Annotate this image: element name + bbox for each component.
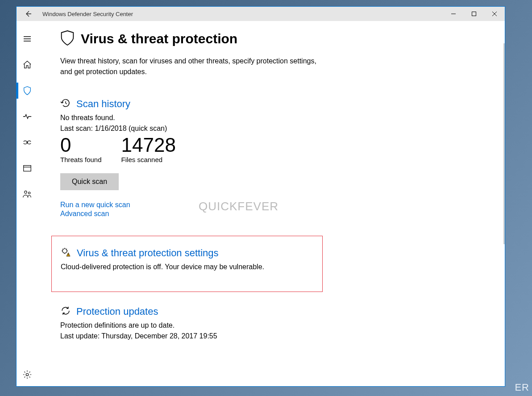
content-scrollbar[interactable] <box>503 43 505 244</box>
run-new-scan-link[interactable]: Run a new quick scan <box>60 201 482 209</box>
maximize-button[interactable] <box>464 7 484 21</box>
page-title: Virus & threat protection <box>81 31 237 46</box>
sidebar-firewall[interactable] <box>17 132 38 153</box>
titlebar: Windows Defender Security Center <box>17 7 505 21</box>
updates-link[interactable]: Protection updates <box>76 306 158 317</box>
files-scanned-label: Files scanned <box>121 156 176 163</box>
svg-point-6 <box>28 192 30 194</box>
history-icon <box>60 98 71 110</box>
settings-highlight-box: Virus & threat protection settings Cloud… <box>51 236 323 292</box>
close-button[interactable] <box>484 7 505 21</box>
background-text-fragment: ER <box>515 382 529 393</box>
threats-found-label: Threats found <box>60 156 102 163</box>
back-button[interactable] <box>23 8 33 19</box>
minimize-button[interactable] <box>443 7 464 21</box>
advanced-scan-link[interactable]: Advanced scan <box>60 210 482 218</box>
sidebar <box>17 21 38 386</box>
svg-rect-1 <box>472 12 476 16</box>
main-content: Virus & threat protection View threat hi… <box>38 21 505 386</box>
menu-hamburger[interactable] <box>17 28 38 50</box>
sidebar-family[interactable] <box>17 183 38 205</box>
sidebar-app-browser[interactable] <box>17 158 38 179</box>
files-scanned-stat: 14728 Files scanned <box>121 135 176 163</box>
files-scanned-value: 14728 <box>121 135 176 155</box>
updates-last-text: Last update: Thursday, December 28, 2017… <box>60 332 482 340</box>
defender-window: Windows Defender Security Center <box>16 6 505 387</box>
scan-history-header[interactable]: Scan history <box>60 98 482 110</box>
sidebar-home[interactable] <box>17 54 38 75</box>
svg-point-10 <box>68 255 68 256</box>
window-controls <box>443 7 505 21</box>
threats-found-stat: 0 Threats found <box>60 135 102 163</box>
shield-icon <box>60 30 75 48</box>
sidebar-settings[interactable] <box>17 364 38 385</box>
settings-warning-icon <box>61 247 71 259</box>
svg-point-2 <box>26 142 28 143</box>
scan-history-link[interactable]: Scan history <box>76 98 130 110</box>
updates-header[interactable]: Protection updates <box>60 305 482 318</box>
refresh-icon <box>60 305 71 318</box>
settings-header[interactable]: Virus & threat protection settings <box>61 247 313 259</box>
settings-warning-text: Cloud-delivered protection is off. Your … <box>61 263 313 271</box>
settings-link[interactable]: Virus & threat protection settings <box>77 247 219 259</box>
quick-scan-button[interactable]: Quick scan <box>60 173 119 190</box>
last-scan-text: Last scan: 1/16/2018 (quick scan) <box>60 125 482 133</box>
page-header: Virus & threat protection <box>60 30 482 48</box>
no-threats-text: No threats found. <box>60 114 482 122</box>
updates-status-text: Protection definitions are up to date. <box>60 321 482 329</box>
stat-row: 0 Threats found 14728 Files scanned <box>60 135 482 163</box>
threats-found-value: 0 <box>60 135 102 155</box>
window-title: Windows Defender Security Center <box>42 11 133 17</box>
page-description: View threat history, scan for viruses an… <box>60 56 328 77</box>
svg-point-7 <box>26 373 29 376</box>
sidebar-device-performance[interactable] <box>17 106 38 127</box>
svg-rect-3 <box>24 166 31 171</box>
sidebar-virus-protection[interactable] <box>17 80 38 101</box>
svg-point-5 <box>25 191 27 194</box>
